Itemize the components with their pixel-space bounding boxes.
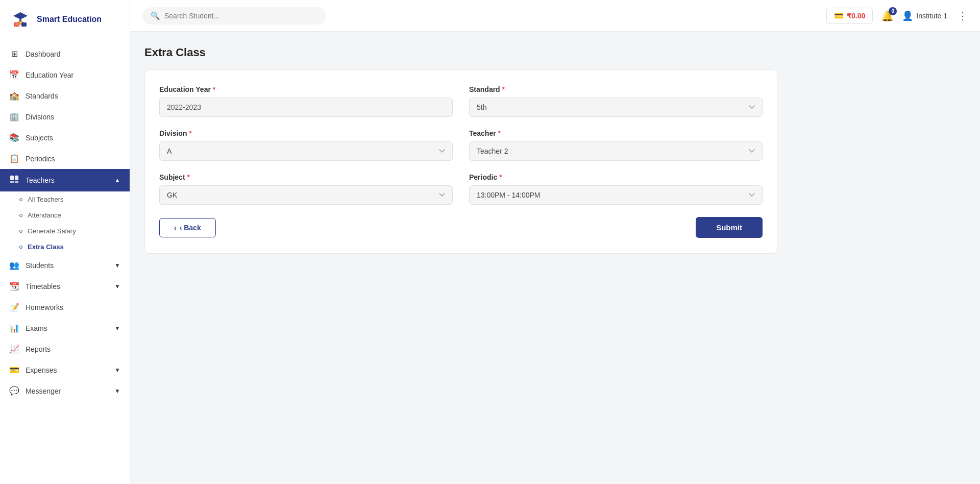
sidebar-item-messenger[interactable]: 💬 Messenger ▼ [0,380,130,401]
division-label: Division * [159,129,453,137]
app-logo-icon [9,8,32,31]
education-year-group: Education Year * [159,85,453,117]
periodic-select[interactable]: 13:00PM - 14:00PM 14:00PM - 15:00PM 15:0… [469,185,763,205]
sidebar-item-label: Reports [26,345,51,353]
sidebar-item-label: Dashboard [26,50,61,58]
page-content: Extra Class Education Year * Standard * [130,32,980,484]
teachers-chevron-icon: ▲ [114,177,120,184]
sub-nav-attendance[interactable]: Attendance [0,207,130,223]
standard-group: Standard * 5th 6th 7th 8th [469,85,763,117]
form-row-2: Division * A B C D Teacher * [159,129,763,161]
periodics-icon: 📋 [9,154,19,163]
main-area: 🔍 💳 ₹0.00 🔔 0 👤 Institute 1 ⋮ Extra Clas… [130,0,980,484]
notification-badge: 0 [889,7,897,15]
sidebar-item-students[interactable]: 👥 Students ▼ [0,255,130,276]
standard-label: Standard * [469,85,763,93]
teacher-label: Teacher * [469,129,763,137]
dashboard-icon: ⊞ [9,49,19,59]
timetables-chevron-icon: ▼ [114,283,120,290]
svg-rect-9 [10,181,14,183]
timetables-icon: 📆 [9,281,19,291]
sidebar-item-timetables[interactable]: 📆 Timetables ▼ [0,276,130,297]
sidebar-item-periodics[interactable]: 📋 Periodics [0,148,130,169]
sidebar-item-divisions[interactable]: 🏢 Divisions [0,106,130,127]
students-icon: 👥 [9,260,19,270]
sidebar-item-dashboard[interactable]: ⊞ Dashboard [0,43,130,64]
sidebar-item-expenses[interactable]: 💳 Expenses ▼ [0,359,130,380]
sidebar-item-label: Messenger [26,387,61,395]
teachers-sub-nav: All Teachers Attendance Generate Salary … [0,191,130,255]
sidebar-item-label: Periodics [26,155,55,163]
sub-nav-label: Generate Salary [28,227,76,235]
sub-nav-label: All Teachers [28,196,64,203]
subject-select[interactable]: GK Math Science English [159,185,453,205]
required-marker: * [187,173,189,181]
teacher-group: Teacher * Teacher 1 Teacher 2 Teacher 3 [469,129,763,161]
dot-icon [19,214,22,217]
header-right: 💳 ₹0.00 🔔 0 👤 Institute 1 ⋮ [826,8,968,24]
logo-area: Smart Education [0,0,130,39]
division-select[interactable]: A B C D [159,141,453,161]
user-name: Institute 1 [916,12,947,20]
sidebar-item-education-year[interactable]: 📅 Education Year [0,64,130,85]
search-icon: 🔍 [151,11,160,20]
required-marker: * [499,173,502,181]
svg-rect-7 [10,176,14,180]
wallet-icon: 💳 [834,11,844,20]
extra-class-form-card: Education Year * Standard * 5th 6th 7th … [144,69,777,254]
svg-rect-6 [21,22,27,27]
required-marker: * [189,129,191,137]
education-year-label: Education Year * [159,85,453,93]
divisions-icon: 🏢 [9,112,19,122]
svg-rect-10 [15,181,18,183]
sidebar-item-homeworks[interactable]: 📝 Homeworks [0,297,130,318]
sidebar-item-label: Divisions [26,113,54,121]
sidebar-item-standards[interactable]: 🏫 Standards [0,85,130,106]
sub-nav-label: Attendance [28,211,61,219]
sidebar-item-label: Homeworks [26,303,63,311]
dot-icon [19,246,22,249]
homeworks-icon: 📝 [9,302,19,312]
sidebar-item-teachers[interactable]: Teachers ▲ [0,169,130,191]
user-menu-button[interactable]: 👤 Institute 1 [902,10,947,21]
more-options-icon[interactable]: ⋮ [958,10,968,22]
standard-select[interactable]: 5th 6th 7th 8th [469,98,763,117]
periodic-label: Periodic * [469,173,763,181]
sidebar-item-subjects[interactable]: 📚 Subjects [0,127,130,148]
back-chevron-icon: ‹ [174,224,177,232]
sub-nav-all-teachers[interactable]: All Teachers [0,191,130,207]
sidebar-item-label: Students [26,261,54,270]
header: 🔍 💳 ₹0.00 🔔 0 👤 Institute 1 ⋮ [130,0,980,32]
messenger-icon: 💬 [9,386,19,396]
submit-label: Submit [716,223,742,232]
sidebar-item-exams[interactable]: 📊 Exams ▼ [0,318,130,338]
exams-icon: 📊 [9,323,19,333]
back-button[interactable]: ‹ ‹ Back [159,218,216,237]
sidebar: Smart Education ⊞ Dashboard 📅 Education … [0,0,130,484]
required-marker: * [502,85,505,93]
sidebar-item-label: Subjects [26,134,53,142]
required-marker: * [498,129,501,137]
app-name: Smart Education [37,15,102,24]
submit-button[interactable]: Submit [696,217,763,238]
expenses-icon: 💳 [9,365,19,375]
form-actions: ‹ ‹ Back Submit [159,217,763,238]
students-chevron-icon: ▼ [114,262,120,269]
notification-button[interactable]: 🔔 0 [881,10,894,22]
wallet-button[interactable]: 💳 ₹0.00 [826,8,873,24]
subjects-icon: 📚 [9,133,19,142]
exams-chevron-icon: ▼ [114,325,120,332]
education-year-input[interactable] [159,98,453,117]
sub-nav-extra-class[interactable]: Extra Class [0,239,130,255]
teacher-select[interactable]: Teacher 1 Teacher 2 Teacher 3 [469,141,763,161]
sidebar-item-label: Expenses [26,366,57,374]
periodic-group: Periodic * 13:00PM - 14:00PM 14:00PM - 1… [469,173,763,205]
wallet-amount: ₹0.00 [847,12,865,20]
sidebar-item-reports[interactable]: 📈 Reports [0,338,130,359]
search-box[interactable]: 🔍 [142,7,326,25]
search-input[interactable] [164,12,318,20]
sidebar-nav: ⊞ Dashboard 📅 Education Year 🏫 Standards… [0,39,130,484]
standards-icon: 🏫 [9,91,19,101]
sub-nav-generate-salary[interactable]: Generate Salary [0,223,130,239]
sidebar-item-label: Standards [26,92,58,100]
